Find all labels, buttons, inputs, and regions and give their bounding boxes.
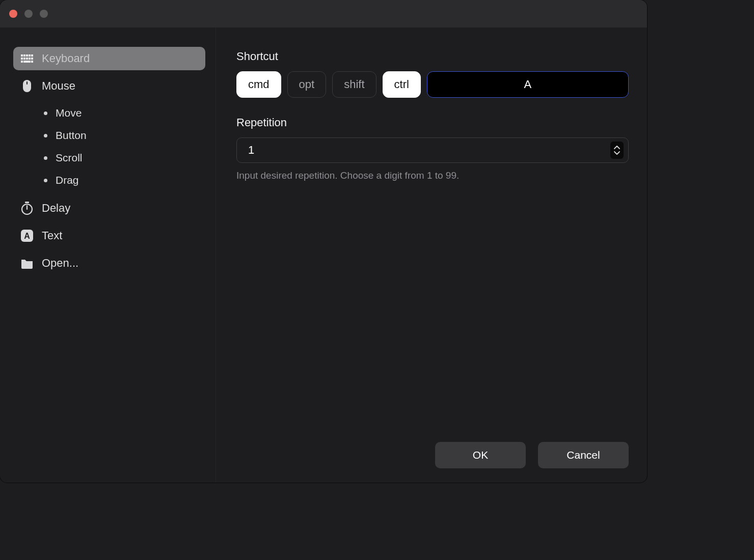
body: Keyboard Mouse Move Button [0,27,647,483]
svg-rect-6 [21,58,23,60]
bullet-icon [44,156,47,160]
titlebar [0,0,647,27]
minimize-window-button[interactable] [24,10,33,18]
sidebar-item-open[interactable]: Open... [13,251,205,275]
modifier-cmd-button[interactable]: cmd [236,71,281,98]
bullet-icon [44,111,47,115]
repetition-stepper[interactable] [610,142,624,159]
repetition-hint-text: Input desired repetition. Choose a digit… [236,170,629,181]
text-letter-icon: A [20,229,34,242]
sidebar-subitem-drag[interactable]: Drag [38,169,205,191]
sidebar-subitem-label: Scroll [56,152,83,164]
bullet-icon [44,134,47,137]
svg-rect-11 [21,61,23,63]
close-window-button[interactable] [9,10,17,18]
ok-button[interactable]: OK [435,442,526,468]
repetition-field-wrap [236,137,629,163]
chevron-down-icon [614,151,620,155]
sidebar-item-mouse[interactable]: Mouse [13,74,205,98]
svg-text:A: A [24,232,30,240]
sidebar: Keyboard Mouse Move Button [0,27,216,483]
keyboard-icon [20,52,34,65]
svg-rect-16 [25,202,29,203]
svg-rect-9 [29,58,31,60]
svg-rect-1 [21,54,23,57]
svg-rect-7 [23,58,25,60]
svg-rect-4 [29,54,31,57]
shortcut-row: cmd opt shift ctrl [236,71,629,98]
modifier-ctrl-button[interactable]: ctrl [383,71,421,98]
folder-icon [20,257,34,270]
sidebar-item-keyboard[interactable]: Keyboard [13,47,205,70]
svg-rect-5 [31,54,33,57]
sidebar-item-delay[interactable]: Delay [13,197,205,220]
sidebar-subitem-scroll[interactable]: Scroll [38,147,205,169]
svg-rect-3 [26,54,28,57]
sidebar-item-label: Delay [42,202,70,215]
mouse-subitems: Move Button Scroll Drag [38,102,205,191]
svg-rect-13 [31,61,33,63]
repetition-section-label: Repetition [236,116,629,129]
chevron-up-icon [614,146,620,150]
cancel-button[interactable]: Cancel [538,442,629,468]
zoom-window-button[interactable] [40,10,48,18]
sidebar-item-label: Keyboard [42,52,90,65]
svg-rect-2 [23,54,25,57]
sidebar-subitem-button[interactable]: Button [38,124,205,147]
sidebar-subitem-label: Drag [56,174,79,186]
svg-rect-10 [31,58,33,60]
mouse-icon [20,79,34,93]
modifier-opt-button[interactable]: opt [287,71,327,98]
svg-rect-15 [26,81,28,85]
sidebar-item-label: Text [42,229,62,242]
sidebar-item-label: Open... [42,257,78,270]
stopwatch-icon [20,202,34,215]
bullet-icon [44,179,47,182]
shortcut-key-input[interactable] [427,71,629,98]
svg-rect-8 [26,58,28,60]
sidebar-subitem-label: Move [56,107,82,119]
app-window: Keyboard Mouse Move Button [0,0,647,483]
sidebar-item-text[interactable]: A Text [13,224,205,247]
sidebar-item-label: Mouse [42,79,75,93]
repetition-input[interactable] [236,137,629,163]
modifier-shift-button[interactable]: shift [332,71,376,98]
sidebar-subitem-move[interactable]: Move [38,102,205,124]
footer-buttons: OK Cancel [435,442,629,468]
traffic-lights [9,10,48,18]
main-panel: Shortcut cmd opt shift ctrl Repetition I… [216,27,647,483]
shortcut-section-label: Shortcut [236,50,629,63]
svg-rect-12 [23,61,31,63]
sidebar-subitem-label: Button [56,129,87,142]
